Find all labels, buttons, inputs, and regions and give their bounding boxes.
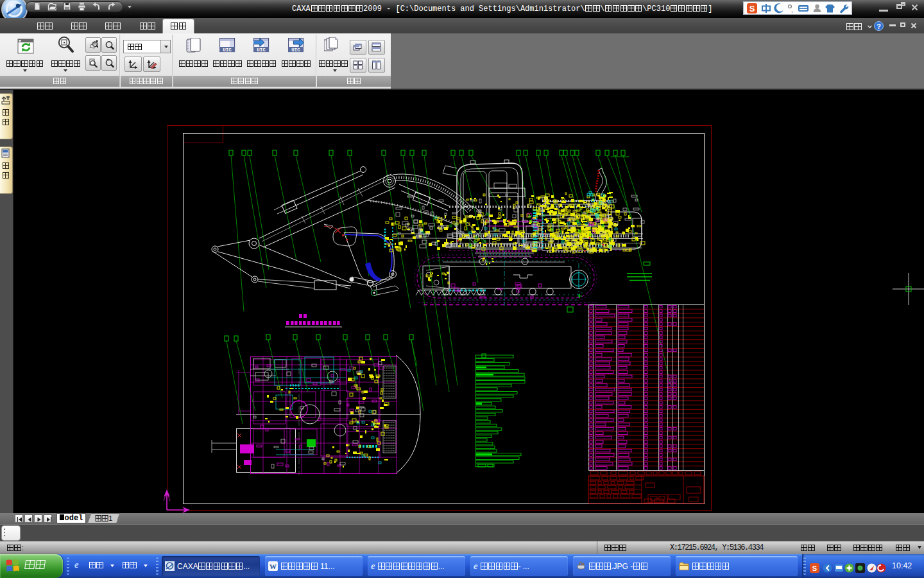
- svg-text:S: S: [812, 565, 817, 572]
- svg-text:UIC: UIC: [223, 48, 232, 53]
- svg-text:UIC: UIC: [257, 48, 266, 53]
- svg-text:W: W: [270, 563, 277, 570]
- svg-text:UIC: UIC: [291, 48, 300, 53]
- svg-text:,: ,: [791, 6, 793, 13]
- svg-text:S: S: [749, 4, 755, 13]
